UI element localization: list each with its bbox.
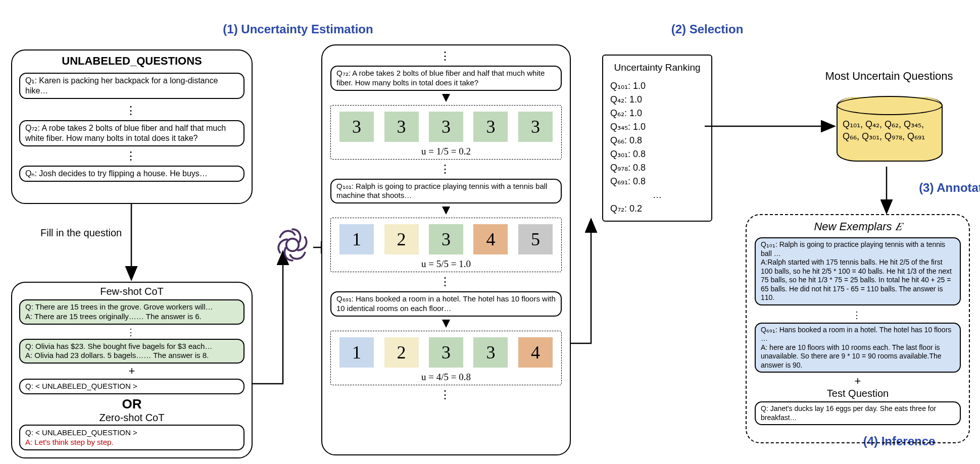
ans-tile: 4	[473, 224, 508, 254]
unlabeled-title: UNLABELED_QUESTIONS	[12, 55, 252, 68]
ans-tile: 2	[384, 337, 419, 368]
stage-2-title: (2) Selection	[657, 22, 758, 36]
q691-u: u = 4/5 = 0.8	[334, 372, 558, 383]
ans-tile: 3	[339, 112, 374, 142]
unlabeled-panel: UNLABELED_QUESTIONS Q₁: Karen is packing…	[11, 49, 253, 204]
exemplar-2: Q₆₉₁: Hans booked a room in a hotel. The…	[755, 323, 961, 373]
q72-answers: 3 3 3 3 3 u = 1/5 = 0.2	[330, 105, 562, 160]
plus-icon: +	[747, 375, 969, 388]
ans-tile: 3	[429, 224, 463, 254]
ans-tile: 4	[518, 337, 553, 368]
samples-panel: ⋮ Q₇₂: A robe takes 2 bolts of blue fibe…	[321, 44, 571, 455]
zeroshot-a: A: Let's think step by step.	[25, 438, 114, 446]
dots-icon: ⋮	[12, 327, 252, 338]
dots-icon: ⋮	[322, 388, 570, 401]
fewshot-ex2: Q: Olivia has $23. She bought five bagel…	[19, 339, 244, 364]
dots-icon: ⋮	[322, 275, 570, 288]
q101-u: u = 5/5 = 1.0	[334, 259, 558, 270]
arrow-down-icon	[442, 207, 450, 215]
sample-q72: Q₇₂: A robe takes 2 bolts of blue fiber …	[330, 66, 562, 91]
rank-row: Q₄₂: 1.0	[610, 93, 704, 107]
rank-row: Q₆₉₁: 0.8	[610, 175, 704, 188]
test-question-label: Test Question	[747, 388, 969, 399]
ans-tile: 3	[473, 337, 508, 368]
exemplars-panel: New Exemplars 𝐸 Q₁₀₁: Ralph is going to …	[746, 214, 970, 443]
ans-tile: 1	[339, 224, 374, 254]
dots-icon: ⋮	[322, 163, 570, 176]
dots-icon: ⋮	[747, 310, 969, 321]
fewshot-title: Few-shot CoT	[12, 286, 252, 297]
ans-tile: 3	[384, 112, 419, 142]
dots-icon: ⋮	[12, 104, 252, 117]
ans-tile: 3	[473, 112, 508, 142]
ans-tile: 5	[518, 224, 553, 254]
fewshot-ex1: Q: There are 15 trees in the grove. Grov…	[19, 299, 244, 325]
q72-bubble: Q₇₂: A robe takes 2 bolts of blue fiber …	[19, 120, 244, 146]
ans-tile: 3	[518, 112, 553, 142]
exemplars-title: New Exemplars 𝐸	[747, 220, 969, 233]
rank-row: …	[610, 188, 704, 202]
sample-q691: Q₆₉₁: Hans booked a room in a hotel. The…	[330, 291, 562, 317]
ranking-box: Uncertainty Ranking Q₁₀₁: 1.0 Q₄₂: 1.0 Q…	[602, 55, 712, 222]
arrow-down-icon	[442, 320, 450, 328]
fill-in-label: Fill in the question	[40, 227, 122, 239]
q691-answers: 1 2 3 3 4 u = 4/5 = 0.8	[330, 331, 562, 385]
rank-row: Q₆₂: 1.0	[610, 107, 704, 120]
dots-icon: ⋮	[322, 49, 570, 63]
dots-icon: ⋮	[12, 149, 252, 163]
rank-row: Q₇₂: 0.2	[610, 202, 704, 216]
sample-q101: Q₁₀₁: Ralph is going to practice playing…	[330, 179, 562, 204]
stage-1-title: (1) Uncertainty Estimation	[202, 22, 394, 36]
llm-icon	[274, 226, 311, 266]
q101-answers: 1 2 3 4 5 u = 5/5 = 1.0	[330, 218, 562, 272]
zeroshot-bubble: Q: < UNLABELED_QUESTION > A: Let's think…	[19, 425, 244, 450]
ans-tile: 2	[384, 224, 419, 254]
rank-row: Q₃₄₅: 1.0	[610, 120, 704, 134]
or-label: OR	[12, 396, 252, 412]
test-question: Q: Janet's ducks lay 16 eggs per day. Sh…	[755, 401, 961, 425]
q72-u: u = 1/5 = 0.2	[334, 146, 558, 157]
ranking-title: Uncertainty Ranking	[610, 61, 704, 75]
stage-3-title: (3) Annotation	[909, 181, 980, 195]
selected-list: Q₁₀₁, Q₄₂, Q₆₂, Q₃₄₅, Q₆₆, Q₃₀₁, Q₉₇₈, Q…	[843, 118, 937, 143]
rank-row: Q₉₇₈: 0.8	[610, 161, 704, 175]
plus-icon: +	[12, 365, 252, 378]
fewshot-slot: Q: < UNLABELED_QUESTION >	[19, 379, 244, 394]
q1-bubble: Q₁: Karen is packing her backpack for a …	[19, 73, 244, 99]
exemplar-1: Q₁₀₁: Ralph is going to practice playing…	[755, 237, 961, 305]
rank-row: Q₁₀₁: 1.0	[610, 79, 704, 93]
rank-row: Q₆₆: 0.8	[610, 134, 704, 147]
ans-tile: 3	[429, 337, 463, 368]
arrow-down-icon	[442, 94, 450, 102]
svg-point-4	[286, 239, 299, 251]
prompting-panel: Few-shot CoT Q: There are 15 trees in th…	[11, 282, 253, 458]
selected-title: Most Uncertain Questions	[818, 70, 960, 83]
selected-cylinder: Q₁₀₁, Q₄₂, Q₆₂, Q₃₄₅, Q₆₆, Q₃₀₁, Q₉₇₈, Q…	[837, 97, 943, 162]
ans-tile: 1	[339, 337, 374, 368]
ans-tile: 3	[429, 112, 463, 142]
zeroshot-title: Zero-shot CoT	[12, 412, 252, 424]
qn-bubble: Qₙ: Josh decides to try flipping a house…	[19, 166, 244, 182]
rank-row: Q₃₀₁: 0.8	[610, 147, 704, 161]
zeroshot-q: Q: < UNLABELED_QUESTION >	[25, 428, 137, 437]
